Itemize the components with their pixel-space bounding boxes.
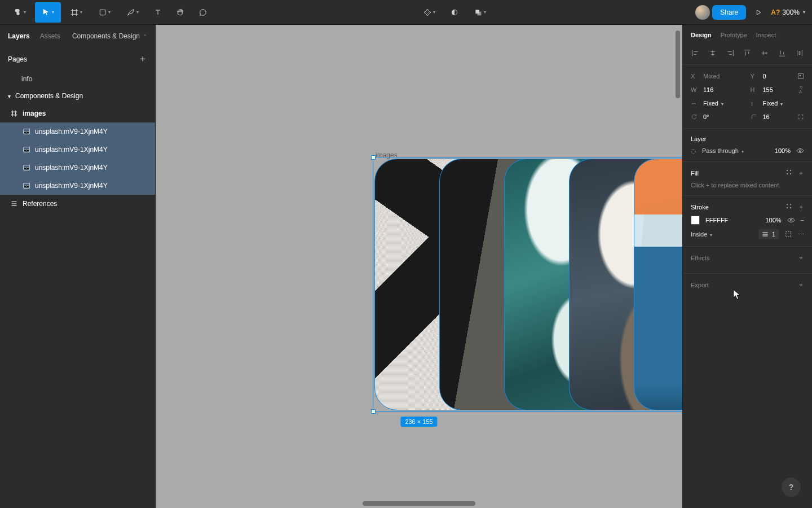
image-card[interactable]: [634, 159, 682, 410]
svg-rect-0: [100, 10, 105, 15]
stroke-side-dropdown[interactable]: Inside ▾: [691, 231, 712, 238]
align-top-icon[interactable]: [743, 49, 752, 58]
frame-tool[interactable]: ▾: [63, 2, 89, 23]
share-button[interactable]: Share: [712, 5, 746, 20]
radius-input[interactable]: 16: [763, 113, 770, 120]
remove-stroke-button[interactable]: −: [801, 217, 804, 224]
w-input[interactable]: 116: [703, 86, 713, 93]
page-item-current[interactable]: ▾ Components & Design: [0, 87, 155, 104]
visibility-icon[interactable]: [796, 147, 804, 155]
list-icon: [10, 200, 18, 208]
text-tool[interactable]: [148, 2, 168, 23]
page-item-info[interactable]: info: [0, 71, 155, 87]
mask-tool[interactable]: [444, 2, 465, 23]
distribute-icon[interactable]: [795, 49, 804, 58]
svg-point-16: [790, 204, 791, 205]
image-icon: [23, 182, 30, 190]
shape-tool[interactable]: ▾: [91, 2, 117, 23]
x-input[interactable]: Mixed: [703, 73, 720, 80]
help-button[interactable]: ?: [782, 478, 801, 497]
add-effect-button[interactable]: ＋: [798, 253, 804, 262]
canvas[interactable]: images 236 × 155: [156, 25, 682, 508]
components-menu[interactable]: ▾: [416, 2, 442, 23]
main-menu-button[interactable]: ▾: [7, 2, 33, 23]
stroke-color-swatch[interactable]: [691, 216, 700, 225]
align-right-icon[interactable]: [726, 49, 735, 58]
lock-aspect-icon[interactable]: [797, 86, 804, 93]
zoom-value: 300%: [782, 8, 800, 16]
hresize-icon: ↔: [691, 100, 699, 107]
stroke-advanced-button[interactable]: ⋯: [798, 231, 804, 238]
avatar[interactable]: [695, 5, 710, 20]
layer-section-title: Layer: [691, 135, 707, 142]
style-icon[interactable]: [785, 203, 792, 211]
dimensions-badge: 236 × 155: [400, 417, 437, 427]
fill-section-title: Fill: [691, 170, 699, 177]
add-stroke-button[interactable]: ＋: [798, 203, 804, 211]
comment-tool[interactable]: [193, 2, 213, 23]
stroke-section-title: Stroke: [691, 204, 709, 211]
effects-section-title: Effects: [691, 255, 709, 261]
layer-label: unsplash:mV9-1XjnM4Y: [35, 182, 108, 190]
tab-design[interactable]: Design: [691, 32, 712, 38]
tab-prototype[interactable]: Prototype: [721, 32, 747, 38]
tab-inspect[interactable]: Inspect: [756, 32, 776, 38]
boolean-tool[interactable]: ▾: [467, 2, 493, 23]
right-panel: Design Prototype Inspect XMixed Y0 W116 …: [682, 25, 812, 508]
hand-tool[interactable]: [170, 2, 191, 23]
add-export-button[interactable]: ＋: [798, 281, 804, 289]
scrollbar-vertical[interactable]: [676, 30, 680, 98]
individual-corners-icon[interactable]: [797, 113, 804, 120]
missing-fonts-badge[interactable]: A?: [771, 8, 780, 16]
align-hcenter-icon[interactable]: [708, 49, 717, 58]
frame-icon: [10, 110, 18, 117]
visibility-icon[interactable]: [787, 216, 795, 224]
h-input[interactable]: 155: [763, 86, 773, 93]
svg-rect-5: [24, 147, 30, 152]
align-bottom-icon[interactable]: [778, 49, 787, 58]
tab-layers[interactable]: Layers: [8, 32, 30, 40]
layer-frame-references[interactable]: References: [0, 195, 155, 213]
layer-item[interactable]: unsplash:mV9-1XjnM4Y: [0, 159, 155, 177]
resize-handle[interactable]: [371, 155, 376, 160]
add-page-button[interactable]: ＋: [138, 53, 147, 65]
abs-position-icon[interactable]: [797, 73, 804, 80]
tab-assets[interactable]: Assets: [40, 32, 60, 40]
layer-frame-images[interactable]: images: [0, 104, 155, 122]
page-item-label: Components & Design: [15, 92, 83, 100]
layer-label: images: [23, 110, 46, 117]
y-input[interactable]: 0: [763, 73, 766, 80]
stroke-color-input[interactable]: FFFFFF: [705, 217, 728, 224]
scrollbar-horizontal[interactable]: [363, 501, 475, 506]
opacity-input[interactable]: 100%: [775, 147, 791, 154]
blend-mode-dropdown[interactable]: Pass through ▾: [702, 147, 744, 154]
resize-handle[interactable]: [371, 409, 376, 414]
page-nav-dropdown[interactable]: Components & Design⌃: [72, 32, 147, 40]
zoom-dropdown[interactable]: 300%▾: [782, 8, 805, 16]
rotation-icon: [691, 113, 699, 120]
move-tool[interactable]: ▾: [35, 2, 61, 23]
stroke-weight-input[interactable]: 1: [758, 229, 779, 239]
stroke-per-side-icon[interactable]: [784, 230, 792, 238]
layer-item[interactable]: unsplash:mV9-1XjnM4Y: [0, 122, 155, 141]
present-button[interactable]: [748, 2, 769, 23]
pen-tool[interactable]: ▾: [120, 2, 145, 23]
align-vcenter-icon[interactable]: [760, 49, 769, 58]
style-icon[interactable]: [785, 169, 792, 177]
add-fill-button[interactable]: ＋: [798, 169, 804, 177]
layer-item[interactable]: unsplash:mV9-1XjnM4Y: [0, 141, 155, 159]
vresize-dropdown[interactable]: Fixed ▾: [763, 100, 783, 107]
layer-label: unsplash:mV9-1XjnM4Y: [35, 164, 108, 172]
w-label: W: [691, 86, 699, 93]
chevron-up-icon: ⌃: [143, 34, 147, 39]
svg-point-19: [790, 219, 792, 221]
stroke-opacity-input[interactable]: 100%: [765, 217, 781, 224]
align-left-icon[interactable]: [691, 49, 700, 58]
fill-hint: Click + to replace mixed content.: [691, 182, 804, 189]
svg-point-15: [787, 204, 788, 205]
hresize-dropdown[interactable]: Fixed ▾: [703, 100, 723, 107]
cursor-icon: [733, 289, 741, 300]
svg-point-10: [799, 150, 801, 152]
rotation-input[interactable]: 0°: [703, 113, 709, 120]
layer-item[interactable]: unsplash:mV9-1XjnM4Y: [0, 177, 155, 195]
